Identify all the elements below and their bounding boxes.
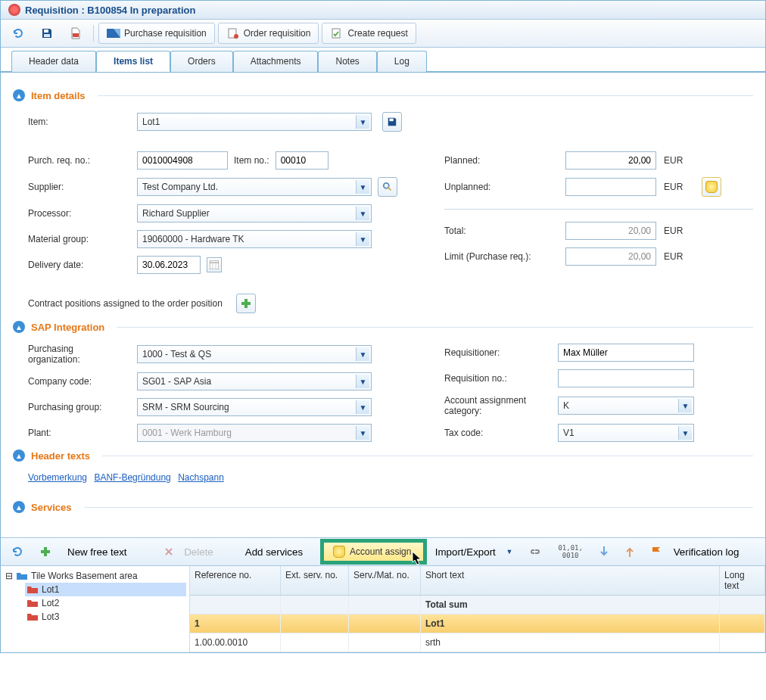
order-requisition-button[interactable]: Order requisition (218, 23, 319, 44)
create-request-button[interactable]: Create request (322, 23, 416, 44)
collapse-icon[interactable]: ▲ (13, 321, 25, 333)
svg-rect-11 (210, 260, 219, 269)
chevron-down-icon: ▼ (678, 399, 692, 412)
matgroup-label: Material group: (28, 234, 126, 244)
ccode-label: Company code: (28, 376, 126, 387)
itemno-input[interactable] (276, 151, 329, 170)
col-ref[interactable]: Reference no. (190, 566, 281, 595)
add-contract-button[interactable] (236, 294, 256, 313)
section-title-header-texts: Header texts (31, 450, 90, 462)
preq-input[interactable] (137, 151, 228, 170)
import-export-button[interactable]: Import/Export ▼ (429, 543, 519, 561)
add-services-button[interactable]: Add services (239, 543, 309, 561)
refresh-icon (11, 26, 25, 40)
processor-select[interactable]: Richard Supplier▼ (137, 204, 372, 222)
calendar-button[interactable] (207, 257, 222, 272)
folder-icon (16, 571, 28, 580)
ccode-select[interactable]: SG01 - SAP Asia▼ (137, 372, 372, 390)
title-bar: Requisition : B100854 In preparation (1, 1, 765, 20)
tax-select[interactable]: V1▼ (558, 424, 694, 442)
link-nachspann[interactable]: Nachspann (178, 472, 224, 483)
pgroup-label: Purchasing group: (28, 402, 126, 412)
services-toolbar: New free text Delete Add services Accoun… (1, 537, 765, 566)
arrow-up-button[interactable] (619, 543, 640, 560)
col-srv[interactable]: Serv./Mat. no. (349, 566, 421, 595)
folder-icon (26, 585, 39, 594)
acct-label: Account assignment category: (444, 395, 550, 416)
link-icon-button[interactable] (523, 545, 547, 558)
save-button[interactable] (34, 23, 60, 43)
minus-icon: ⊟ (5, 571, 13, 581)
folder-icon (26, 599, 39, 608)
services-refresh-button[interactable] (5, 543, 30, 561)
delivery-input[interactable] (137, 256, 201, 274)
tab-log[interactable]: Log (377, 51, 427, 72)
acct-select[interactable]: K▼ (558, 397, 694, 415)
limit-input (565, 247, 656, 266)
unplanned-input[interactable] (565, 178, 656, 196)
order-requisition-label: Order requisition (244, 28, 311, 39)
chevron-down-icon: ▼ (506, 548, 513, 555)
svg-rect-16 (241, 302, 251, 305)
services-table-header: Reference no. Ext. serv. no. Serv./Mat. … (190, 566, 765, 596)
table-row[interactable]: 1.00.00.0010 srth (190, 633, 765, 652)
new-free-text-button[interactable]: New free text (61, 543, 133, 561)
delete-button: Delete (157, 543, 220, 561)
matgroup-select[interactable]: 19060000 - Hardware TK▼ (137, 230, 372, 248)
tab-bar: Header data Items list Orders Attachment… (1, 51, 765, 73)
tree-root[interactable]: ⊟ Tile Works Basement area (4, 569, 186, 583)
porg-select[interactable]: 1000 - Test & QS▼ (137, 345, 372, 363)
header-text-links: Vorbemerkung BANF-Begründung Nachspann (28, 472, 753, 483)
tab-orders[interactable]: Orders (170, 51, 233, 72)
svg-rect-0 (44, 30, 48, 33)
chevron-down-icon: ▼ (678, 426, 692, 440)
col-long[interactable]: Long text (720, 566, 765, 595)
reqner-input[interactable] (558, 344, 694, 362)
pdf-icon (69, 26, 83, 40)
chevron-down-icon: ▼ (356, 375, 369, 388)
account-assign-button[interactable]: Account assign. (322, 541, 425, 562)
purchase-requisition-button[interactable]: Purchase requisition (98, 23, 215, 44)
chevron-down-icon: ▼ (356, 207, 369, 220)
tab-header-data[interactable]: Header data (11, 51, 96, 72)
app-icon (8, 4, 20, 16)
supplier-select[interactable]: Test Company Ltd.▼ (137, 178, 372, 196)
supplier-label: Supplier: (28, 182, 126, 192)
collapse-icon[interactable]: ▲ (13, 501, 25, 513)
col-ext[interactable]: Ext. serv. no. (281, 566, 349, 595)
collapse-icon[interactable]: ▲ (13, 89, 25, 101)
tab-notes[interactable]: Notes (318, 51, 376, 72)
svg-rect-8 (390, 119, 394, 122)
collapse-icon[interactable]: ▲ (13, 450, 25, 462)
supplier-search-button[interactable] (378, 177, 397, 197)
total-input (565, 222, 656, 240)
porg-label: Purchasing organization: (28, 344, 126, 365)
refresh-button[interactable] (5, 23, 31, 43)
pgroup-select[interactable]: SRM - SRM Sourcing▼ (137, 398, 372, 416)
pdf-button[interactable] (63, 23, 89, 43)
item-select[interactable]: Lot1 ▼ (137, 113, 372, 131)
verification-log-button[interactable]: Verification log (645, 543, 745, 561)
folder-icon (26, 612, 39, 621)
table-row-lot[interactable]: 1 Lot1 (190, 614, 765, 633)
col-short[interactable]: Short text (421, 566, 720, 595)
link-vorbemerkung[interactable]: Vorbemerkung (28, 472, 87, 483)
tab-items-list[interactable]: Items list (96, 51, 170, 72)
chevron-down-icon: ▼ (356, 426, 369, 440)
arrow-down-button[interactable] (593, 543, 615, 560)
tree-lot3[interactable]: Lot3 (25, 610, 186, 624)
services-add-button[interactable] (34, 543, 57, 560)
link-banf[interactable]: BANF-Begründung (94, 472, 170, 483)
planned-label: Planned: (444, 155, 558, 166)
item-select-value: Lot1 (142, 117, 160, 127)
shield-icon (333, 546, 345, 558)
tree-lot1[interactable]: Lot1 (25, 583, 186, 596)
tree-lot2[interactable]: Lot2 (25, 596, 186, 610)
tab-attachments[interactable]: Attachments (233, 51, 319, 72)
item-save-button[interactable] (382, 112, 402, 132)
settings-icon-button[interactable]: 01,01,0010 (552, 541, 589, 562)
main-toolbar: Purchase requisition Order requisition C… (1, 20, 765, 48)
planned-input[interactable] (565, 151, 656, 170)
section-sap-integration: ▲ SAP Integration (13, 321, 753, 333)
unplanned-shield-button[interactable] (702, 177, 721, 197)
